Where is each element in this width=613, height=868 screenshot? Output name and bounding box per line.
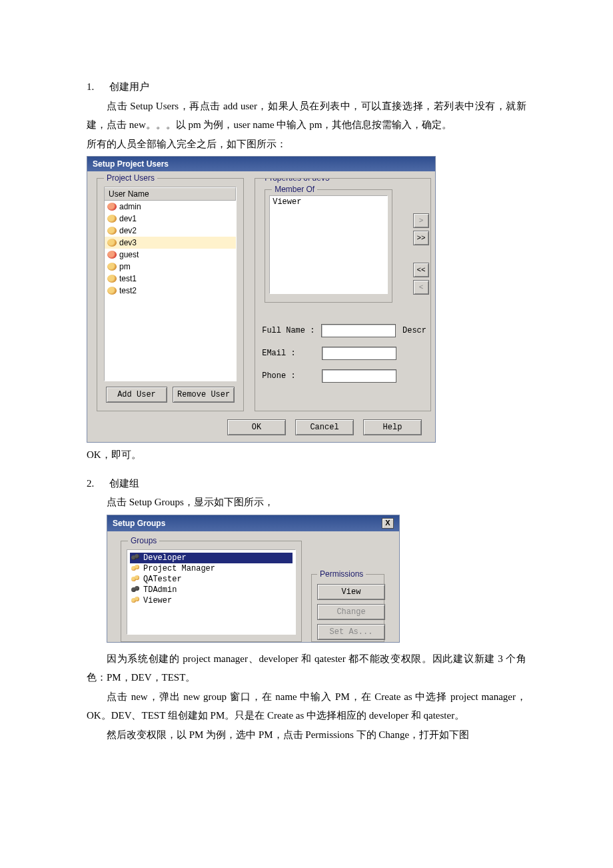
dialog2-title: Setup Groups bbox=[113, 519, 165, 528]
setup-groups-dialog: Setup Groups X Groups Developer Project … bbox=[107, 515, 400, 643]
user-name-label: dev3 bbox=[119, 238, 137, 247]
move-all-left-button[interactable]: << bbox=[413, 263, 429, 277]
user-icon bbox=[107, 239, 117, 247]
dialog1-body: Project Users User Name admindev1dev2dev… bbox=[87, 171, 435, 415]
member-of-legend: Member Of bbox=[272, 185, 317, 194]
section1-para1: 点击 Setup Users，再点击 add user，如果人员在列表中，可以直… bbox=[87, 97, 526, 135]
group-list-row[interactable]: Viewer bbox=[130, 595, 293, 606]
section2-title: 创建组 bbox=[109, 478, 139, 489]
group-name-label: Project Manager bbox=[143, 564, 215, 573]
setup-project-users-dialog: Setup Project Users Project Users User N… bbox=[87, 156, 436, 443]
user-list-row[interactable]: dev1 bbox=[105, 213, 236, 225]
project-users-fieldset: Project Users User Name admindev1dev2dev… bbox=[97, 178, 244, 411]
user-list-row[interactable]: dev3 bbox=[105, 237, 236, 249]
user-button-row: Add User Remove User bbox=[104, 387, 237, 403]
user-name-label: admin bbox=[119, 202, 141, 211]
group-list-row[interactable]: Project Manager bbox=[130, 563, 293, 574]
user-list-row[interactable]: test1 bbox=[105, 273, 236, 285]
view-button[interactable]: View bbox=[317, 584, 385, 600]
user-name-label: test2 bbox=[119, 286, 137, 295]
section2-para1: 点击 Setup Groups，显示如下图所示， bbox=[87, 493, 526, 512]
user-list-rows: admindev1dev2dev3guestpmtest1test2 bbox=[105, 201, 236, 297]
group-name-label: Developer bbox=[143, 553, 187, 563]
email-label: EMail : bbox=[262, 349, 319, 358]
user-name-label: pm bbox=[119, 262, 131, 271]
member-of-fieldset: Member Of Viewer bbox=[265, 189, 392, 303]
user-list-row[interactable]: dev2 bbox=[105, 225, 236, 237]
user-icon bbox=[107, 227, 117, 235]
move-right-button[interactable]: > bbox=[413, 213, 429, 228]
group-list-row[interactable]: QATester bbox=[130, 574, 293, 585]
group-name-label: TDAdmin bbox=[143, 585, 177, 595]
user-name-label: dev1 bbox=[119, 214, 137, 223]
section1-title: 创建用户 bbox=[109, 81, 149, 92]
fullname-row: Full Name : Descr bbox=[262, 324, 426, 337]
user-name-label: test1 bbox=[119, 274, 137, 283]
remove-user-button[interactable]: Remove User bbox=[173, 387, 235, 403]
user-icon bbox=[107, 263, 117, 271]
email-input[interactable] bbox=[322, 347, 396, 360]
set-as-button[interactable]: Set As... bbox=[317, 624, 385, 640]
properties-legend: Properties of dev3 bbox=[262, 178, 332, 183]
phone-label: Phone : bbox=[262, 371, 319, 381]
permissions-fieldset: Permissions View Change Set As... bbox=[311, 574, 384, 642]
group-icon bbox=[131, 597, 141, 605]
user-list-row[interactable]: test2 bbox=[105, 285, 236, 297]
group-icon bbox=[131, 565, 141, 573]
member-of-list[interactable]: Viewer bbox=[269, 195, 388, 294]
close-icon[interactable]: X bbox=[382, 518, 394, 529]
dialog1-footer: OK Cancel Help bbox=[87, 415, 435, 442]
user-icon bbox=[107, 215, 117, 223]
groups-list[interactable]: Developer Project Manager QATester TDAdm… bbox=[127, 549, 296, 635]
move-left-button[interactable]: < bbox=[413, 280, 429, 295]
user-icon bbox=[107, 275, 117, 283]
add-user-button[interactable]: Add User bbox=[106, 387, 167, 403]
project-users-legend: Project Users bbox=[104, 173, 157, 183]
user-list-row[interactable]: guest bbox=[105, 249, 236, 261]
user-list[interactable]: User Name admindev1dev2dev3guestpmtest1t… bbox=[104, 187, 237, 381]
section1-heading: 1. 创建用户 bbox=[87, 77, 526, 97]
transfer-buttons: > >> << < bbox=[413, 213, 429, 295]
fullname-label: Full Name : bbox=[262, 326, 318, 335]
permissions-legend: Permissions bbox=[317, 569, 366, 579]
dialog2-body: Groups Developer Project Manager QATeste… bbox=[107, 531, 399, 642]
member-of-item[interactable]: Viewer bbox=[273, 197, 384, 207]
after-dialog1-text: OK，即可。 bbox=[87, 445, 526, 465]
user-name-label: guest bbox=[119, 250, 139, 259]
dialog1-titlebar: Setup Project Users bbox=[87, 157, 435, 171]
section2-number: 2. bbox=[87, 474, 107, 493]
change-button[interactable]: Change bbox=[317, 604, 385, 620]
group-list-row[interactable]: Developer bbox=[130, 553, 293, 563]
after2-para3: 然后改变权限，以 PM 为例，选中 PM，点击 Permissions 下的 C… bbox=[87, 725, 526, 745]
description-label: Descr bbox=[402, 326, 426, 335]
dialog2-titlebar: Setup Groups X bbox=[107, 515, 399, 531]
user-list-row[interactable]: admin bbox=[105, 201, 236, 213]
group-name-label: QATester bbox=[143, 575, 182, 584]
move-all-right-button[interactable]: >> bbox=[413, 231, 429, 245]
user-name-label: dev2 bbox=[119, 226, 137, 235]
section1-number: 1. bbox=[87, 77, 107, 97]
after2-para2: 点击 new，弹出 new group 窗口，在 name 中输入 PM，在 C… bbox=[87, 687, 526, 725]
user-list-header: User Name bbox=[105, 187, 236, 201]
user-icon bbox=[107, 251, 117, 259]
group-icon bbox=[131, 554, 141, 562]
help-button[interactable]: Help bbox=[363, 419, 422, 435]
section1-para2: 所有的人员全部输入完全之后，如下图所示： bbox=[87, 135, 526, 154]
fullname-input[interactable] bbox=[321, 324, 396, 337]
group-icon bbox=[131, 575, 141, 583]
email-row: EMail : bbox=[262, 347, 426, 360]
section2-heading: 2. 创建组 bbox=[87, 474, 526, 493]
cancel-button[interactable]: Cancel bbox=[295, 419, 354, 435]
phone-input[interactable] bbox=[322, 369, 396, 383]
after2-para1: 因为系统创建的 project manager、developer 和 qate… bbox=[87, 649, 526, 687]
user-icon bbox=[107, 203, 117, 211]
user-list-row[interactable]: pm bbox=[105, 261, 236, 273]
group-icon bbox=[131, 586, 141, 594]
document-page: 1. 创建用户 点击 Setup Users，再点击 add user，如果人员… bbox=[0, 0, 613, 868]
groups-fieldset: Groups Developer Project Manager QATeste… bbox=[121, 541, 302, 642]
groups-legend: Groups bbox=[128, 536, 159, 545]
ok-button[interactable]: OK bbox=[227, 419, 286, 435]
group-list-row[interactable]: TDAdmin bbox=[130, 585, 293, 595]
phone-row: Phone : bbox=[262, 369, 426, 383]
group-name-label: Viewer bbox=[143, 596, 172, 605]
